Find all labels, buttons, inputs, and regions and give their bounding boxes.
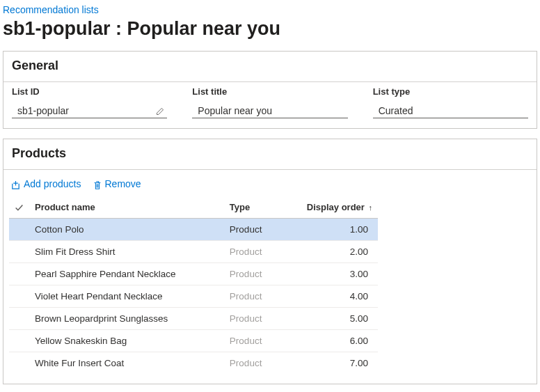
display-order-cell: 4.00: [280, 285, 378, 307]
row-check-cell[interactable]: [9, 307, 29, 329]
list-title-input[interactable]: [193, 105, 346, 116]
product-type-cell: Product: [224, 352, 280, 374]
list-type-input[interactable]: [374, 105, 527, 116]
column-display-order[interactable]: Display order ↑: [280, 197, 378, 219]
trash-icon: [93, 178, 102, 189]
display-order-cell: 2.00: [280, 240, 378, 262]
display-order-cell: 7.00: [280, 352, 378, 374]
product-name-cell: Brown Leopardprint Sunglasses: [29, 307, 224, 329]
general-section: General List ID List title List type: [3, 51, 537, 129]
column-type[interactable]: Type: [224, 197, 280, 219]
table-row[interactable]: Cotton PoloProduct1.00: [9, 218, 378, 240]
display-order-cell: 5.00: [280, 307, 378, 329]
product-type-cell: Product: [224, 262, 280, 285]
edit-icon[interactable]: [156, 106, 166, 116]
table-row[interactable]: White Fur Insert CoatProduct7.00: [9, 352, 378, 374]
list-id-label: List ID: [12, 86, 167, 97]
page-title: sb1-popular : Popular near you: [0, 17, 540, 48]
column-product-name[interactable]: Product name: [29, 197, 224, 219]
display-order-cell: 3.00: [280, 262, 378, 285]
table-row[interactable]: Yellow Snakeskin BagProduct6.00: [9, 329, 378, 352]
products-header: Products: [3, 139, 537, 169]
field-list-title: List title: [192, 86, 347, 118]
add-products-button[interactable]: Add products: [10, 178, 81, 190]
product-type-cell: Product: [224, 240, 280, 262]
general-header: General: [3, 52, 537, 81]
product-name-cell: Pearl Sapphire Pendant Necklace: [29, 262, 224, 285]
field-list-type: List type: [373, 86, 528, 118]
remove-button[interactable]: Remove: [93, 178, 141, 190]
products-section: Products Add products Remove: [3, 139, 537, 384]
display-order-cell: 1.00: [280, 218, 378, 240]
row-check-cell[interactable]: [9, 352, 29, 374]
list-id-input[interactable]: [13, 105, 156, 116]
sort-ascending-icon: ↑: [369, 203, 373, 212]
breadcrumb: Recommendation lists: [0, 0, 540, 17]
product-name-cell: White Fur Insert Coat: [29, 352, 224, 374]
display-order-cell: 6.00: [280, 329, 378, 352]
product-name-cell: Slim Fit Dress Shirt: [29, 240, 224, 262]
row-check-cell[interactable]: [9, 262, 29, 285]
product-type-cell: Product: [224, 285, 280, 307]
products-table: Product name Type Display order ↑ Cotton…: [9, 197, 378, 374]
table-row[interactable]: Brown Leopardprint SunglassesProduct5.00: [9, 307, 378, 329]
list-type-label: List type: [373, 86, 528, 97]
product-type-cell: Product: [224, 307, 280, 329]
table-row[interactable]: Violet Heart Pendant NecklaceProduct4.00: [9, 285, 378, 307]
row-check-cell[interactable]: [9, 240, 29, 262]
product-name-cell: Yellow Snakeskin Bag: [29, 329, 224, 352]
products-toolbar: Add products Remove: [3, 170, 537, 197]
table-row[interactable]: Pearl Sapphire Pendant NecklaceProduct3.…: [9, 262, 378, 285]
product-name-cell: Violet Heart Pendant Necklace: [29, 285, 224, 307]
column-check[interactable]: [9, 197, 29, 219]
add-icon: [10, 178, 21, 190]
row-check-cell[interactable]: [9, 218, 29, 240]
display-order-label: Display order: [307, 202, 365, 212]
row-check-cell[interactable]: [9, 285, 29, 307]
table-row[interactable]: Slim Fit Dress ShirtProduct2.00: [9, 240, 378, 262]
product-name-cell: Cotton Polo: [29, 218, 224, 240]
list-title-label: List title: [192, 86, 347, 97]
add-products-label: Add products: [24, 178, 81, 189]
product-type-cell: Product: [224, 329, 280, 352]
check-icon: [15, 202, 24, 212]
remove-label: Remove: [105, 178, 141, 189]
field-list-id: List ID: [12, 86, 167, 118]
row-check-cell[interactable]: [9, 329, 29, 352]
product-type-cell: Product: [224, 218, 280, 240]
breadcrumb-link[interactable]: Recommendation lists: [3, 4, 99, 15]
